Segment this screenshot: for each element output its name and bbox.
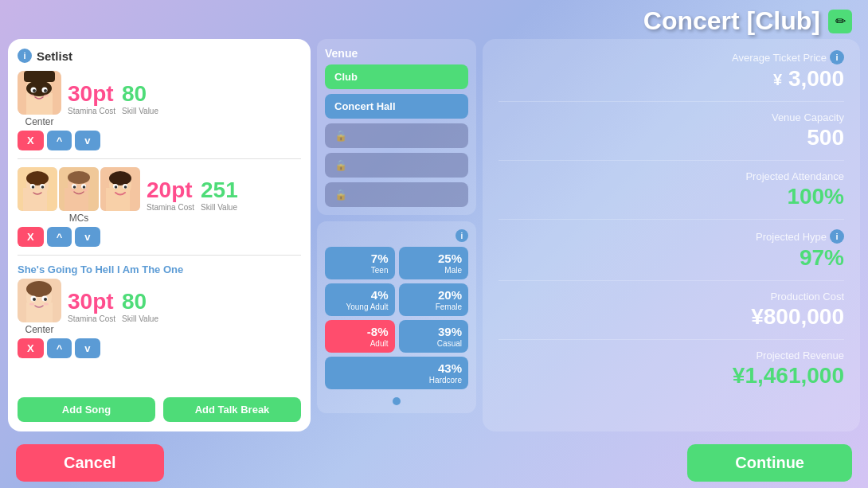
remove-song-2-button[interactable]: X <box>18 227 44 247</box>
skill-value-3: 80 <box>122 291 158 313</box>
song-controls-1: X ^ v <box>18 131 301 150</box>
venue-capacity-value: 500 <box>807 125 844 150</box>
audience-casual-button[interactable]: 39% Casual <box>399 320 469 353</box>
projected-hype-value: 97% <box>800 245 844 271</box>
skill-value-1: 80 <box>122 83 158 105</box>
setlist-info-icon[interactable]: i <box>18 49 32 63</box>
svg-point-32 <box>109 171 131 185</box>
skill-block-3: 80 Skill Value <box>122 291 158 324</box>
avg-ticket-info-icon[interactable]: i <box>830 50 844 64</box>
stat-divider-2 <box>499 160 844 161</box>
stamina-label-3: Stamina Cost <box>68 314 115 324</box>
move-up-song-3-button[interactable]: ^ <box>47 338 72 358</box>
edit-icon[interactable]: ✏ <box>828 10 852 33</box>
skill-label-2: Skill Value <box>201 203 238 213</box>
audience-grid: 7% Teen 25% Male 4% Young Adult 20% Fema… <box>325 247 468 389</box>
production-cost-value: ¥800,000 <box>751 304 844 330</box>
move-up-song-2-button[interactable]: ^ <box>47 227 72 247</box>
add-talk-break-button[interactable]: Add Talk Break <box>163 397 301 422</box>
stats-block-3: 30pt Stamina Cost <box>68 291 115 324</box>
svg-point-45 <box>29 303 34 306</box>
projected-hype-info-icon[interactable]: i <box>830 229 844 244</box>
skill-block-2: 251 Skill Value <box>201 179 238 213</box>
stats-block-1: 30pt Stamina Cost <box>68 83 115 116</box>
song-controls-3: X ^ v <box>18 338 301 358</box>
avg-ticket-price-row: Average Ticket Price i ¥ 3,000 <box>499 50 844 92</box>
venue-locked-1-button: 🔒 <box>325 123 468 148</box>
audience-adult-button[interactable]: -8% Adult <box>325 320 395 353</box>
bottom-bar: Cancel Continue <box>0 438 868 488</box>
dot-indicator <box>325 397 468 405</box>
audience-young-adult-button[interactable]: 4% Young Adult <box>325 283 395 316</box>
role-label-1: Center <box>25 116 53 127</box>
svg-point-3 <box>26 80 52 96</box>
stamina-label-1: Stamina Cost <box>68 107 115 116</box>
avatar-2b <box>59 167 99 211</box>
svg-point-27 <box>71 189 75 191</box>
venue-capacity-row: Venue Capacity 500 <box>499 111 844 150</box>
setlist-panel: i Setlist <box>8 39 311 431</box>
stamina-cost-1: 30pt <box>68 83 115 105</box>
projected-revenue-label: Projected Revenue <box>756 349 844 361</box>
svg-point-46 <box>44 303 49 306</box>
stat-divider-1 <box>499 101 844 102</box>
venue-locked-2-button: 🔒 <box>325 153 468 178</box>
remove-song-1-button[interactable]: X <box>18 131 44 150</box>
move-down-song-3-button[interactable]: v <box>75 338 100 358</box>
svg-point-28 <box>84 189 88 191</box>
add-song-button[interactable]: Add Song <box>18 397 155 422</box>
move-down-song-2-button[interactable]: v <box>75 227 100 247</box>
projected-revenue-value: ¥1,461,000 <box>733 363 844 388</box>
audience-hardcore-button[interactable]: 43% Hardcore <box>325 357 468 389</box>
svg-point-17 <box>32 185 35 189</box>
venue-capacity-label: Venue Capacity <box>772 111 844 123</box>
avatar-2a <box>18 167 57 211</box>
remove-song-3-button[interactable]: X <box>18 338 44 358</box>
svg-point-26 <box>83 185 86 189</box>
audience-info-icon[interactable]: i <box>456 229 468 242</box>
add-buttons-group: Add Song Add Talk Break <box>18 391 301 422</box>
venue-section: Venue Club Concert Hall 🔒 🔒 🔒 <box>317 39 476 215</box>
projected-attendance-row: Projected Attendance 100% <box>499 170 844 209</box>
song-row-1: Center 30pt Stamina Cost 80 Skill Value <box>18 71 301 127</box>
middle-panel: Venue Club Concert Hall 🔒 🔒 🔒 i 7% Teen <box>317 39 476 431</box>
move-down-song-1-button[interactable]: v <box>75 131 100 150</box>
projected-attendance-value: 100% <box>787 184 844 209</box>
song-entry-2: MCs 20pt Stamina Cost 251 Skill Value X … <box>18 167 301 247</box>
lock-icon-3: 🔒 <box>334 189 347 201</box>
song-row-3: Center 30pt Stamina Cost 80 Skill Value <box>18 279 301 335</box>
audience-teen-button[interactable]: 7% Teen <box>325 247 395 279</box>
stamina-cost-2: 20pt <box>147 179 194 201</box>
cancel-button[interactable]: Cancel <box>16 444 164 482</box>
move-up-song-1-button[interactable]: ^ <box>47 131 72 150</box>
svg-point-14 <box>26 171 49 185</box>
divider-1 <box>18 158 301 159</box>
skill-value-2: 251 <box>201 179 238 201</box>
song-controls-2: X ^ v <box>18 227 301 247</box>
production-cost-label: Production Cost <box>771 291 845 303</box>
svg-point-44 <box>44 298 47 301</box>
avatar-3 <box>18 279 61 322</box>
venue-club-button[interactable]: Club <box>325 64 468 89</box>
venue-concert-hall-button[interactable]: Concert Hall <box>325 94 468 119</box>
stat-divider-4 <box>499 280 844 281</box>
stats-panel: Average Ticket Price i ¥ 3,000 Venue Cap… <box>483 39 860 431</box>
setlist-header: i Setlist <box>18 49 301 63</box>
svg-point-6 <box>33 89 36 92</box>
projected-revenue-row: Projected Revenue ¥1,461,000 <box>499 349 844 388</box>
stamina-label-2: Stamina Cost <box>147 203 194 213</box>
projected-hype-row: Projected Hype i 97% <box>499 229 844 271</box>
svg-rect-21 <box>65 188 88 211</box>
svg-point-43 <box>33 298 36 301</box>
svg-point-8 <box>29 95 34 97</box>
song-entry-3: She's Going To Hell I Am The One <box>18 264 301 358</box>
svg-point-18 <box>41 185 45 189</box>
svg-rect-10 <box>24 71 55 82</box>
continue-button[interactable]: Continue <box>687 444 852 482</box>
page-title: Concert [Club] <box>643 6 820 36</box>
avg-ticket-price-value: ¥ 3,000 <box>773 66 844 92</box>
svg-rect-31 <box>106 188 130 211</box>
song-title-3: She's Going To Hell I Am The One <box>18 264 301 275</box>
audience-male-button[interactable]: 25% Male <box>399 247 469 279</box>
audience-female-button[interactable]: 20% Female <box>399 283 469 316</box>
